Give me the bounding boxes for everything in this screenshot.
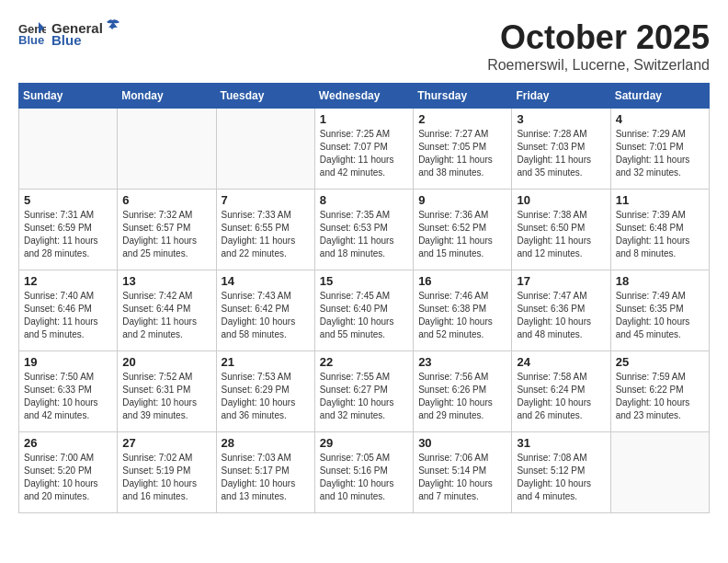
week-row-2: 5Sunrise: 7:31 AMSunset: 6:59 PMDaylight… bbox=[19, 190, 710, 270]
day-header-sunday: Sunday bbox=[19, 84, 118, 109]
header: General Blue General Blue October 2025 R… bbox=[18, 18, 710, 74]
day-info: Sunrise: 7:25 AMSunset: 7:07 PMDaylight:… bbox=[320, 128, 408, 179]
day-header-tuesday: Tuesday bbox=[216, 84, 314, 109]
day-header-monday: Monday bbox=[118, 84, 216, 109]
week-row-1: 1Sunrise: 7:25 AMSunset: 7:07 PMDaylight… bbox=[19, 109, 710, 190]
calendar-cell: 12Sunrise: 7:40 AMSunset: 6:46 PMDayligh… bbox=[19, 270, 118, 351]
day-info: Sunrise: 7:49 AMSunset: 6:35 PMDaylight:… bbox=[616, 290, 704, 341]
day-header-saturday: Saturday bbox=[610, 84, 709, 109]
calendar-cell: 19Sunrise: 7:50 AMSunset: 6:33 PMDayligh… bbox=[19, 351, 118, 432]
day-number: 10 bbox=[517, 193, 605, 207]
day-number: 21 bbox=[222, 355, 310, 369]
calendar-cell: 8Sunrise: 7:35 AMSunset: 6:53 PMDaylight… bbox=[314, 190, 413, 270]
day-number: 8 bbox=[320, 193, 408, 207]
svg-text:Blue: Blue bbox=[18, 33, 44, 46]
day-number: 17 bbox=[517, 274, 605, 288]
day-number: 15 bbox=[320, 274, 408, 288]
calendar-cell: 10Sunrise: 7:38 AMSunset: 6:50 PMDayligh… bbox=[512, 190, 610, 270]
logo: General Blue General Blue bbox=[18, 18, 123, 48]
day-number: 12 bbox=[24, 274, 112, 288]
day-number: 26 bbox=[24, 436, 112, 450]
day-number: 29 bbox=[320, 436, 408, 450]
day-info: Sunrise: 7:08 AMSunset: 5:12 PMDaylight:… bbox=[517, 452, 605, 503]
calendar-cell: 25Sunrise: 7:59 AMSunset: 6:22 PMDayligh… bbox=[610, 351, 709, 432]
day-info: Sunrise: 7:59 AMSunset: 6:22 PMDaylight:… bbox=[616, 371, 704, 422]
calendar-cell bbox=[216, 109, 314, 190]
day-info: Sunrise: 7:33 AMSunset: 6:55 PMDaylight:… bbox=[222, 209, 310, 260]
calendar-cell: 14Sunrise: 7:43 AMSunset: 6:42 PMDayligh… bbox=[216, 270, 314, 351]
day-header-wednesday: Wednesday bbox=[314, 84, 413, 109]
day-info: Sunrise: 7:31 AMSunset: 6:59 PMDaylight:… bbox=[24, 209, 112, 260]
calendar-cell: 5Sunrise: 7:31 AMSunset: 6:59 PMDaylight… bbox=[19, 190, 118, 270]
calendar-cell bbox=[610, 432, 709, 513]
location-title: Roemerswil, Lucerne, Switzerland bbox=[487, 57, 710, 74]
day-number: 18 bbox=[616, 274, 704, 288]
day-number: 28 bbox=[222, 436, 310, 450]
calendar-cell: 11Sunrise: 7:39 AMSunset: 6:48 PMDayligh… bbox=[610, 190, 709, 270]
day-info: Sunrise: 7:00 AMSunset: 5:20 PMDaylight:… bbox=[24, 452, 112, 503]
logo-icon: General Blue bbox=[18, 20, 46, 46]
day-info: Sunrise: 7:58 AMSunset: 6:24 PMDaylight:… bbox=[517, 371, 605, 422]
day-info: Sunrise: 7:43 AMSunset: 6:42 PMDaylight:… bbox=[222, 290, 310, 341]
day-number: 24 bbox=[517, 355, 605, 369]
day-number: 7 bbox=[222, 193, 310, 207]
calendar-cell: 29Sunrise: 7:05 AMSunset: 5:16 PMDayligh… bbox=[314, 432, 413, 513]
day-number: 3 bbox=[517, 112, 605, 126]
calendar-cell: 21Sunrise: 7:53 AMSunset: 6:29 PMDayligh… bbox=[216, 351, 314, 432]
day-number: 1 bbox=[320, 112, 408, 126]
day-info: Sunrise: 7:38 AMSunset: 6:50 PMDaylight:… bbox=[517, 209, 605, 260]
week-row-5: 26Sunrise: 7:00 AMSunset: 5:20 PMDayligh… bbox=[19, 432, 710, 513]
calendar-cell: 28Sunrise: 7:03 AMSunset: 5:17 PMDayligh… bbox=[216, 432, 314, 513]
day-number: 22 bbox=[320, 355, 408, 369]
calendar-cell: 1Sunrise: 7:25 AMSunset: 7:07 PMDaylight… bbox=[314, 109, 413, 190]
day-header-thursday: Thursday bbox=[414, 84, 512, 109]
calendar-cell: 16Sunrise: 7:46 AMSunset: 6:38 PMDayligh… bbox=[414, 270, 512, 351]
calendar-cell: 3Sunrise: 7:28 AMSunset: 7:03 PMDaylight… bbox=[512, 109, 610, 190]
day-info: Sunrise: 7:27 AMSunset: 7:05 PMDaylight:… bbox=[418, 128, 506, 179]
day-info: Sunrise: 7:56 AMSunset: 6:26 PMDaylight:… bbox=[418, 371, 506, 422]
day-number: 13 bbox=[122, 274, 210, 288]
logo-bird-icon bbox=[105, 18, 121, 33]
day-info: Sunrise: 7:50 AMSunset: 6:33 PMDaylight:… bbox=[24, 371, 112, 422]
month-title: October 2025 bbox=[487, 18, 710, 57]
calendar-cell: 20Sunrise: 7:52 AMSunset: 6:31 PMDayligh… bbox=[118, 351, 216, 432]
days-header-row: SundayMondayTuesdayWednesdayThursdayFrid… bbox=[19, 84, 710, 109]
calendar-cell: 7Sunrise: 7:33 AMSunset: 6:55 PMDaylight… bbox=[216, 190, 314, 270]
calendar-cell: 17Sunrise: 7:47 AMSunset: 6:36 PMDayligh… bbox=[512, 270, 610, 351]
calendar-cell: 15Sunrise: 7:45 AMSunset: 6:40 PMDayligh… bbox=[314, 270, 413, 351]
day-number: 30 bbox=[418, 436, 506, 450]
calendar-cell: 30Sunrise: 7:06 AMSunset: 5:14 PMDayligh… bbox=[414, 432, 512, 513]
day-info: Sunrise: 7:32 AMSunset: 6:57 PMDaylight:… bbox=[122, 209, 210, 260]
day-number: 2 bbox=[418, 112, 506, 126]
calendar-cell: 18Sunrise: 7:49 AMSunset: 6:35 PMDayligh… bbox=[610, 270, 709, 351]
day-info: Sunrise: 7:52 AMSunset: 6:31 PMDaylight:… bbox=[122, 371, 210, 422]
day-number: 14 bbox=[222, 274, 310, 288]
calendar-cell: 23Sunrise: 7:56 AMSunset: 6:26 PMDayligh… bbox=[414, 351, 512, 432]
calendar-cell: 13Sunrise: 7:42 AMSunset: 6:44 PMDayligh… bbox=[118, 270, 216, 351]
calendar-cell bbox=[19, 109, 118, 190]
day-number: 20 bbox=[122, 355, 210, 369]
day-info: Sunrise: 7:03 AMSunset: 5:17 PMDaylight:… bbox=[222, 452, 310, 503]
day-info: Sunrise: 7:46 AMSunset: 6:38 PMDaylight:… bbox=[418, 290, 506, 341]
calendar-cell: 9Sunrise: 7:36 AMSunset: 6:52 PMDaylight… bbox=[414, 190, 512, 270]
day-info: Sunrise: 7:28 AMSunset: 7:03 PMDaylight:… bbox=[517, 128, 605, 179]
week-row-3: 12Sunrise: 7:40 AMSunset: 6:46 PMDayligh… bbox=[19, 270, 710, 351]
week-row-4: 19Sunrise: 7:50 AMSunset: 6:33 PMDayligh… bbox=[19, 351, 710, 432]
calendar-table: SundayMondayTuesdayWednesdayThursdayFrid… bbox=[18, 83, 710, 513]
day-info: Sunrise: 7:53 AMSunset: 6:29 PMDaylight:… bbox=[222, 371, 310, 422]
day-info: Sunrise: 7:06 AMSunset: 5:14 PMDaylight:… bbox=[418, 452, 506, 503]
day-number: 16 bbox=[418, 274, 506, 288]
day-number: 19 bbox=[24, 355, 112, 369]
calendar-cell: 6Sunrise: 7:32 AMSunset: 6:57 PMDaylight… bbox=[118, 190, 216, 270]
day-number: 23 bbox=[418, 355, 506, 369]
day-info: Sunrise: 7:02 AMSunset: 5:19 PMDaylight:… bbox=[122, 452, 210, 503]
day-number: 6 bbox=[122, 193, 210, 207]
day-info: Sunrise: 7:45 AMSunset: 6:40 PMDaylight:… bbox=[320, 290, 408, 341]
day-info: Sunrise: 7:40 AMSunset: 6:46 PMDaylight:… bbox=[24, 290, 112, 341]
day-info: Sunrise: 7:47 AMSunset: 6:36 PMDaylight:… bbox=[517, 290, 605, 341]
day-info: Sunrise: 7:35 AMSunset: 6:53 PMDaylight:… bbox=[320, 209, 408, 260]
day-number: 27 bbox=[122, 436, 210, 450]
day-number: 31 bbox=[517, 436, 605, 450]
day-number: 25 bbox=[616, 355, 704, 369]
calendar-cell: 4Sunrise: 7:29 AMSunset: 7:01 PMDaylight… bbox=[610, 109, 709, 190]
